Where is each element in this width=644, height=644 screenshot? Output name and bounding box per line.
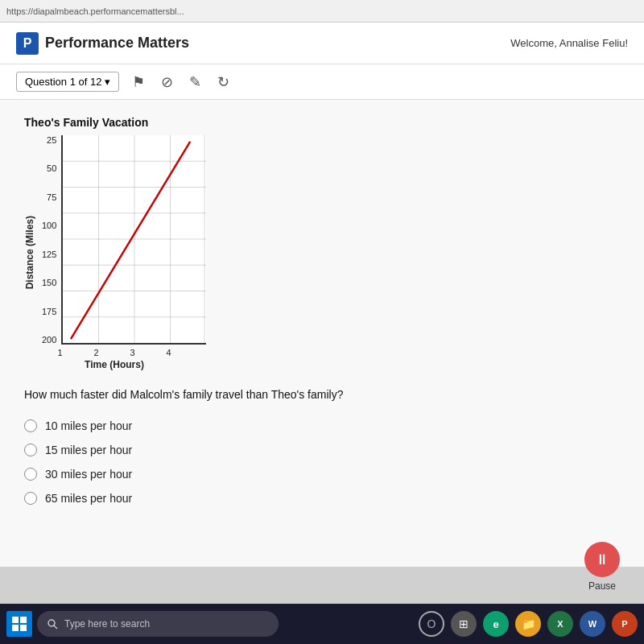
windows-icon <box>12 617 27 631</box>
taskbar-icons: O ⊞ e 📁 X W P <box>419 611 638 637</box>
svg-line-11 <box>71 142 190 339</box>
pause-label: Pause <box>588 580 616 592</box>
taskbar-word-icon[interactable]: W <box>580 611 605 637</box>
answer-choices: 10 miles per hour 15 miles per hour 30 m… <box>24 419 620 505</box>
browser-bar: https://diapalmbeach.performancemattersb… <box>0 0 644 23</box>
logo-icon: P <box>16 32 39 55</box>
pause-icon: ⏸ <box>595 551 609 568</box>
flag-icon[interactable]: ⚑ <box>129 72 148 93</box>
start-button[interactable] <box>6 611 32 637</box>
search-icon <box>47 618 58 630</box>
question-selector[interactable]: Question 1 of 12 ▾ <box>16 72 119 92</box>
taskbar-edge-icon[interactable]: e <box>483 611 509 637</box>
answer-option-a[interactable]: 10 miles per hour <box>24 419 620 432</box>
pause-button[interactable]: ⏸ Pause <box>584 542 620 592</box>
y-ticks: 200 175 150 125 100 75 50 25 <box>42 135 61 345</box>
chart-container: Distance (Miles) 200 175 150 125 100 75 … <box>24 135 620 370</box>
refresh-icon[interactable]: ↻ <box>214 72 233 93</box>
chart-grid <box>61 135 206 345</box>
chart-wrapper: 200 175 150 125 100 75 50 25 <box>42 135 206 370</box>
welcome-text: Welcome, Annalise Feliu! <box>510 37 628 49</box>
svg-rect-12 <box>12 617 19 623</box>
chart-inner: 200 175 150 125 100 75 50 25 <box>42 135 206 345</box>
toolbar: Question 1 of 12 ▾ ⚑ ⊘ ✎ ↻ <box>0 64 644 100</box>
svg-rect-15 <box>20 625 27 631</box>
taskbar-search-text: Type here to search <box>64 618 150 630</box>
app-logo: P Performance Matters <box>16 32 189 55</box>
radio-b[interactable] <box>24 444 37 456</box>
taskbar: Type here to search O ⊞ e 📁 X W P <box>0 604 644 644</box>
x-ticks: 1 2 3 4 <box>42 345 187 357</box>
main-content: Theo's Family Vacation Distance (Miles) … <box>0 100 644 567</box>
taskbar-search-box[interactable]: Type here to search <box>37 611 279 637</box>
svg-rect-14 <box>12 625 19 631</box>
chart-section: Theo's Family Vacation Distance (Miles) … <box>24 116 620 370</box>
browser-url: https://diapalmbeach.performancemattersb… <box>6 6 184 16</box>
taskbar-taskview-icon[interactable]: ⊞ <box>451 611 477 637</box>
answer-label-d: 65 miles per hour <box>45 492 132 505</box>
svg-line-17 <box>54 625 57 629</box>
taskbar-excel-icon[interactable]: X <box>547 611 573 637</box>
radio-c[interactable] <box>24 468 37 481</box>
y-axis-label: Distance (Miles) <box>24 216 35 289</box>
x-axis-label: Time (Hours) <box>42 359 187 370</box>
chart-title: Theo's Family Vacation <box>24 116 620 129</box>
svg-rect-13 <box>20 617 27 623</box>
answer-option-d[interactable]: 65 miles per hour <box>24 492 620 505</box>
answer-label-c: 30 miles per hour <box>45 468 132 481</box>
answer-label-a: 10 miles per hour <box>45 419 132 432</box>
question-text: How much faster did Malcolm's family tra… <box>24 386 620 403</box>
chart-svg <box>63 135 206 343</box>
answer-option-b[interactable]: 15 miles per hour <box>24 444 620 456</box>
radio-d[interactable] <box>24 492 37 505</box>
answer-label-b: 15 miles per hour <box>45 444 132 456</box>
svg-point-16 <box>48 620 55 626</box>
taskbar-folder-icon[interactable]: 📁 <box>515 611 541 637</box>
pencil-icon[interactable]: ✎ <box>186 72 204 93</box>
app-header: P Performance Matters Welcome, Annalise … <box>0 23 644 64</box>
taskbar-ppt-icon[interactable]: P <box>612 611 638 637</box>
taskbar-cortana-icon[interactable]: O <box>419 611 444 637</box>
answer-option-c[interactable]: 30 miles per hour <box>24 468 620 481</box>
cancel-icon[interactable]: ⊘ <box>158 72 176 93</box>
pause-circle[interactable]: ⏸ <box>584 542 620 577</box>
radio-a[interactable] <box>24 419 37 432</box>
app-title: Performance Matters <box>45 35 189 52</box>
